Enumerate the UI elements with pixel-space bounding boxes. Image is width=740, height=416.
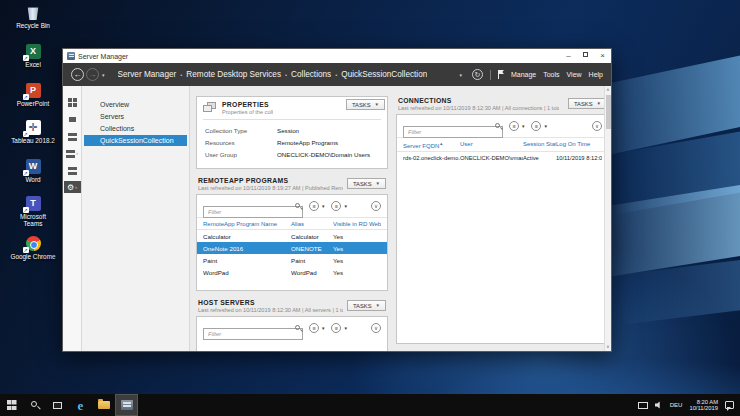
desktop-icon-teams[interactable]: T↗ Microsoft Teams	[10, 196, 56, 227]
section-title: PROPERTIES	[222, 101, 288, 108]
scroll-up-icon[interactable]: ∧	[606, 86, 609, 94]
recycle-bin-icon	[27, 5, 40, 20]
maximize-button[interactable]	[577, 49, 594, 63]
properties-icon	[203, 102, 216, 112]
column-header-logon-time[interactable]: Log On Time	[556, 141, 602, 149]
grouping-button[interactable]: ≡▼	[331, 323, 347, 333]
sidebar-item-local-server[interactable]	[64, 113, 81, 125]
desktop-icon-label: Word	[10, 176, 56, 183]
sidebar-item-dashboard[interactable]	[64, 96, 81, 108]
breadcrumb-server-manager[interactable]: Server Manager	[118, 70, 177, 79]
desktop-icon-chrome[interactable]: ↗ Google Chrome	[10, 236, 56, 260]
properties-tasks-button[interactable]: TASKS▼	[346, 99, 385, 110]
keyboard-language[interactable]: DEU	[670, 402, 683, 408]
filter-toolbar: ≡▼ ≡▼ ∨	[397, 115, 608, 137]
desktop-icon-word[interactable]: W↗ Word	[10, 159, 56, 183]
sidebar-item-file-storage[interactable]: ›	[64, 147, 81, 159]
filter-settings-button[interactable]: ≡▼	[309, 201, 325, 211]
breadcrumb-collections[interactable]: Collections	[291, 70, 331, 79]
menu-tools[interactable]: Tools	[543, 71, 559, 78]
taskbar-search-button[interactable]	[23, 394, 46, 416]
remoteapp-filter-input[interactable]	[203, 206, 303, 218]
filter-settings-button[interactable]: ≡▼	[309, 323, 325, 333]
shortcut-arrow-icon: ↗	[23, 207, 29, 213]
filter-settings-button[interactable]: ≡▼	[509, 121, 525, 131]
cell-alias: Paint	[291, 257, 333, 264]
window-scrollbar[interactable]: ∧ ∨	[604, 86, 611, 351]
collapse-button[interactable]: ∨	[371, 323, 381, 333]
history-dropdown-icon[interactable]: ▾	[102, 72, 105, 78]
desktop-icon-powerpoint[interactable]: P↗ PowerPoint	[10, 83, 56, 107]
table-empty-space	[197, 278, 387, 290]
taskbar-internet-explorer[interactable]: e	[69, 394, 92, 416]
property-label: Collection Type	[205, 127, 277, 134]
search-icon	[295, 203, 300, 208]
nav-item-overview[interactable]: Overview	[84, 99, 187, 110]
grouping-icon: ≡	[331, 201, 341, 211]
property-row: User GroupONECLICK-DEMO\Domain Users	[203, 148, 381, 160]
refresh-dropdown-icon[interactable]: ▾	[459, 72, 462, 78]
sidebar-item-all-servers[interactable]	[64, 130, 81, 142]
close-button[interactable]: ×	[594, 49, 611, 63]
column-header-visible[interactable]: Visible in RD Web Access	[333, 221, 381, 227]
nav-item-collections[interactable]: Collections	[84, 123, 187, 134]
minimize-button[interactable]: –	[560, 49, 577, 63]
connections-filter-input[interactable]	[403, 126, 503, 138]
sidebar-item-rds[interactable]: ⚙›	[64, 181, 81, 193]
notifications-flag-icon[interactable]	[498, 70, 504, 79]
connections-tasks-button[interactable]: TASKS▼	[568, 98, 607, 109]
sidebar-item-iis[interactable]	[64, 164, 81, 176]
back-button[interactable]: ←	[71, 68, 84, 81]
network-display-icon[interactable]	[638, 402, 648, 409]
collapse-button[interactable]: ∨	[592, 121, 602, 131]
desktop-icon-tableau[interactable]: ✛↗ Tableau 2018.2	[10, 120, 56, 144]
taskbar-clock[interactable]: 8:20 AM 10/11/2019	[689, 399, 718, 412]
column-header-user[interactable]: User	[460, 141, 523, 149]
property-label: User Group	[205, 151, 277, 158]
shortcut-arrow-icon: ↗	[23, 170, 29, 176]
speaker-icon[interactable]	[655, 401, 663, 409]
column-header-fqdn[interactable]: Server FQDN▲	[403, 141, 460, 149]
nav-item-quicksessioncollection[interactable]: QuickSessionCollection	[84, 135, 187, 146]
system-tray: DEU 8:20 AM 10/11/2019	[638, 399, 740, 412]
collapse-button[interactable]: ∨	[371, 201, 381, 211]
menu-help[interactable]: Help	[589, 71, 603, 78]
desktop-icon-label: Google Chrome	[10, 253, 56, 260]
grouping-button[interactable]: ≡▼	[331, 201, 347, 211]
action-center-icon[interactable]	[725, 401, 734, 409]
menu-manage[interactable]: Manage	[511, 71, 536, 78]
desktop-icon-label: Excel	[10, 61, 56, 68]
task-view-button[interactable]	[46, 394, 69, 416]
server-manager-window: Server Manager – × ← → ▾ Server Manager•…	[62, 48, 612, 352]
remoteapp-tasks-button[interactable]: TASKS▼	[347, 178, 386, 189]
table-row[interactable]: Paint Paint Yes	[197, 254, 387, 266]
cell-visible: Yes	[333, 257, 381, 264]
host-servers-filter-input[interactable]	[203, 328, 303, 340]
table-row[interactable]: WordPad WordPad Yes	[197, 266, 387, 278]
desktop-icon-recycle-bin[interactable]: Recycle Bin	[10, 5, 56, 29]
connection-row[interactable]: rds-02.oneclick-demo.com ONECLICK-DEMO\v…	[397, 152, 608, 163]
refresh-icon[interactable]: ↻	[472, 69, 483, 80]
scroll-down-icon[interactable]: ∨	[606, 343, 609, 351]
table-row[interactable]: Calculator Calculator Yes	[197, 230, 387, 242]
taskbar-server-manager[interactable]	[115, 394, 138, 416]
forward-button[interactable]: →	[86, 68, 99, 81]
column-header-alias[interactable]: Alias	[291, 221, 333, 227]
table-row-selected[interactable]: OneNote 2016 ONENOTE Yes	[197, 242, 387, 254]
column-header-session-state[interactable]: Session State	[523, 141, 556, 149]
breadcrumb-quicksessioncollection[interactable]: QuickSessionCollection	[341, 70, 427, 79]
host-servers-tasks-button[interactable]: TASKS▼	[347, 300, 386, 311]
column-header-name[interactable]: RemoteApp Program Name	[203, 221, 291, 227]
breadcrumb-rds[interactable]: Remote Desktop Services	[186, 70, 281, 79]
desktop-icon-label: Tableau 2018.2	[10, 137, 56, 144]
desktop-icon-excel[interactable]: X↗ Excel	[10, 44, 56, 68]
taskbar-file-explorer[interactable]	[92, 394, 115, 416]
scrollbar-thumb[interactable]	[606, 95, 611, 129]
cell-name: WordPad	[203, 269, 291, 276]
grouping-button[interactable]: ≡▼	[531, 121, 547, 131]
nav-item-servers[interactable]: Servers	[84, 111, 187, 122]
expand-arrow-icon: ›	[75, 184, 77, 190]
shortcut-arrow-icon: ↗	[23, 55, 29, 61]
start-button[interactable]	[0, 394, 23, 416]
menu-view[interactable]: View	[567, 71, 582, 78]
